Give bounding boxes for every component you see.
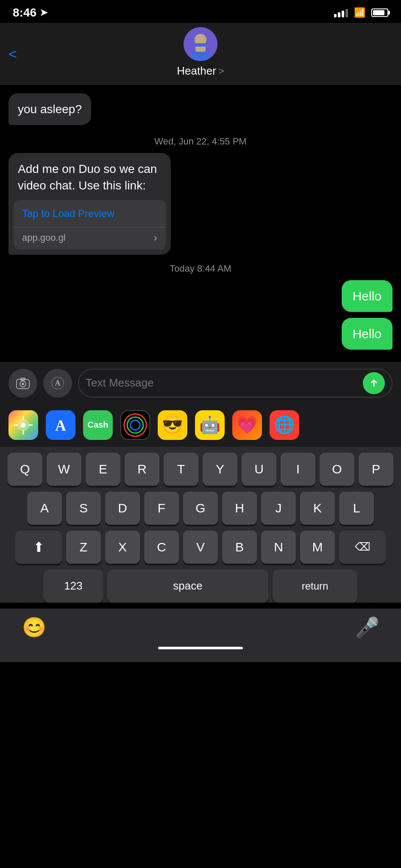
keyboard-row-1: Q W E R T Y U I O P bbox=[4, 453, 397, 486]
app-store-button[interactable]: A bbox=[43, 369, 72, 398]
animoji2-shortcut[interactable]: 🤖 bbox=[195, 410, 225, 440]
key-H[interactable]: H bbox=[222, 492, 257, 525]
shift-key[interactable]: ⬆ bbox=[15, 531, 62, 564]
key-C[interactable]: C bbox=[144, 531, 179, 564]
text-message-input[interactable] bbox=[86, 376, 363, 389]
key-I[interactable]: I bbox=[281, 453, 315, 486]
back-button[interactable]: < bbox=[8, 45, 17, 62]
message-hello-1-wrapper: Hello bbox=[8, 280, 393, 312]
back-chevron: < bbox=[8, 45, 17, 61]
battery-icon bbox=[371, 8, 388, 17]
delete-key[interactable]: ⌫ bbox=[339, 531, 386, 564]
bubble-sent-1: Hello bbox=[342, 280, 393, 312]
key-G[interactable]: G bbox=[183, 492, 218, 525]
heart-shortcut[interactable]: 💗 bbox=[232, 410, 262, 440]
keyboard-row-3: ⬆ Z X C V B N M ⌫ bbox=[4, 531, 397, 564]
tap-load-label[interactable]: Tap to Load Preview bbox=[22, 208, 114, 220]
key-E[interactable]: E bbox=[86, 453, 120, 486]
key-U[interactable]: U bbox=[242, 453, 276, 486]
animoji2-icon: 🤖 bbox=[199, 415, 220, 435]
photos-icon bbox=[8, 410, 38, 440]
bottom-bar: 😊 🎤 bbox=[0, 609, 401, 662]
message-duo-link: Add me on Duo so we can video chat. Use … bbox=[8, 153, 258, 254]
key-V[interactable]: V bbox=[183, 531, 218, 564]
bubble-sent-2: Hello bbox=[342, 318, 393, 350]
svg-point-23 bbox=[131, 420, 140, 430]
return-key[interactable]: return bbox=[273, 570, 357, 603]
key-T[interactable]: T bbox=[164, 453, 198, 486]
battery-fill bbox=[373, 10, 384, 15]
timestamp-2-text: Today 8:44 AM bbox=[170, 263, 231, 274]
bubble-received-link[interactable]: Add me on Duo so we can video chat. Use … bbox=[8, 153, 171, 254]
keyboard: Q W E R T Y U I O P A S D F G H J K L ⬆ … bbox=[0, 447, 401, 603]
bubble-received-1[interactable]: you asleep? bbox=[8, 93, 91, 125]
signal-bars bbox=[334, 8, 348, 17]
send-icon bbox=[368, 377, 380, 389]
activity-icon bbox=[121, 410, 149, 440]
svg-point-14 bbox=[21, 423, 26, 428]
key-Q[interactable]: Q bbox=[8, 453, 42, 486]
key-S[interactable]: S bbox=[66, 492, 101, 525]
send-button[interactable] bbox=[363, 372, 385, 394]
bubble-link-text: Add me on Duo so we can video chat. Use … bbox=[8, 153, 171, 200]
appstore-icon: A bbox=[50, 376, 65, 390]
messages-area: you asleep? Wed, Jun 22, 4:55 PM Add me … bbox=[0, 85, 401, 362]
app-shortcuts-row: A Cash 😎 🤖 💗 🌐 bbox=[0, 403, 401, 447]
timestamp-2: Today 8:44 AM bbox=[8, 263, 393, 274]
key-B[interactable]: B bbox=[222, 531, 257, 564]
animoji1-shortcut[interactable]: 😎 bbox=[158, 410, 187, 440]
photos-shortcut[interactable] bbox=[8, 410, 38, 440]
link-url-row: app.goo.gl › bbox=[14, 227, 166, 250]
contact-name[interactable]: Heather > bbox=[177, 64, 224, 78]
key-Z[interactable]: Z bbox=[66, 531, 101, 564]
link-preview[interactable]: Tap to Load Preview app.goo.gl › bbox=[14, 200, 166, 250]
key-F[interactable]: F bbox=[144, 492, 179, 525]
key-K[interactable]: K bbox=[300, 492, 335, 525]
key-R[interactable]: R bbox=[125, 453, 159, 486]
key-J[interactable]: J bbox=[261, 492, 296, 525]
key-N[interactable]: N bbox=[261, 531, 296, 564]
text-input-wrapper[interactable] bbox=[78, 369, 393, 398]
signal-bar-1 bbox=[334, 14, 337, 17]
globe-icon: 🌐 bbox=[274, 415, 295, 435]
status-icons: 📶 bbox=[334, 7, 388, 18]
cash-shortcut[interactable]: Cash bbox=[83, 410, 113, 440]
svg-text:A: A bbox=[55, 379, 61, 387]
globe-shortcut[interactable]: 🌐 bbox=[270, 410, 299, 440]
bottom-icons-row: 😊 🎤 bbox=[8, 615, 393, 640]
key-O[interactable]: O bbox=[320, 453, 354, 486]
keyboard-row-4: 123 space return bbox=[4, 570, 397, 603]
key-L[interactable]: L bbox=[339, 492, 374, 525]
numbers-key[interactable]: 123 bbox=[44, 570, 103, 603]
key-P[interactable]: P bbox=[359, 453, 393, 486]
avatar bbox=[184, 27, 217, 61]
input-bar: A bbox=[0, 362, 401, 403]
home-indicator[interactable] bbox=[158, 647, 243, 649]
key-X[interactable]: X bbox=[105, 531, 140, 564]
signal-bar-4 bbox=[345, 9, 348, 17]
mic-button[interactable]: 🎤 bbox=[354, 615, 380, 640]
heart-icon: 💗 bbox=[237, 415, 258, 435]
cash-label: Cash bbox=[88, 420, 109, 430]
key-M[interactable]: M bbox=[300, 531, 335, 564]
key-W[interactable]: W bbox=[47, 453, 81, 486]
message-hello-2-wrapper: Hello bbox=[8, 318, 393, 350]
contact-name-text: Heather bbox=[177, 64, 216, 78]
space-key[interactable]: space bbox=[107, 570, 268, 603]
key-Y[interactable]: Y bbox=[203, 453, 237, 486]
wifi-icon: 📶 bbox=[354, 7, 365, 18]
key-A[interactable]: A bbox=[27, 492, 62, 525]
animoji1-icon: 😎 bbox=[162, 415, 183, 435]
emoji-button[interactable]: 😊 bbox=[21, 615, 47, 640]
status-time: 8:46 ➤ bbox=[13, 6, 47, 19]
appstore-shortcut[interactable]: A bbox=[46, 410, 75, 440]
activity-shortcut[interactable] bbox=[120, 410, 150, 440]
svg-text:A: A bbox=[55, 417, 66, 434]
camera-button[interactable] bbox=[8, 369, 37, 398]
keyboard-row-2: A S D F G H J K L bbox=[4, 492, 397, 525]
message-you-asleep: you asleep? bbox=[8, 93, 393, 128]
signal-bar-2 bbox=[338, 12, 340, 17]
key-D[interactable]: D bbox=[105, 492, 140, 525]
timestamp-1-text: Wed, Jun 22, 4:55 PM bbox=[154, 136, 246, 147]
contact-info[interactable]: Heather > bbox=[177, 27, 224, 78]
